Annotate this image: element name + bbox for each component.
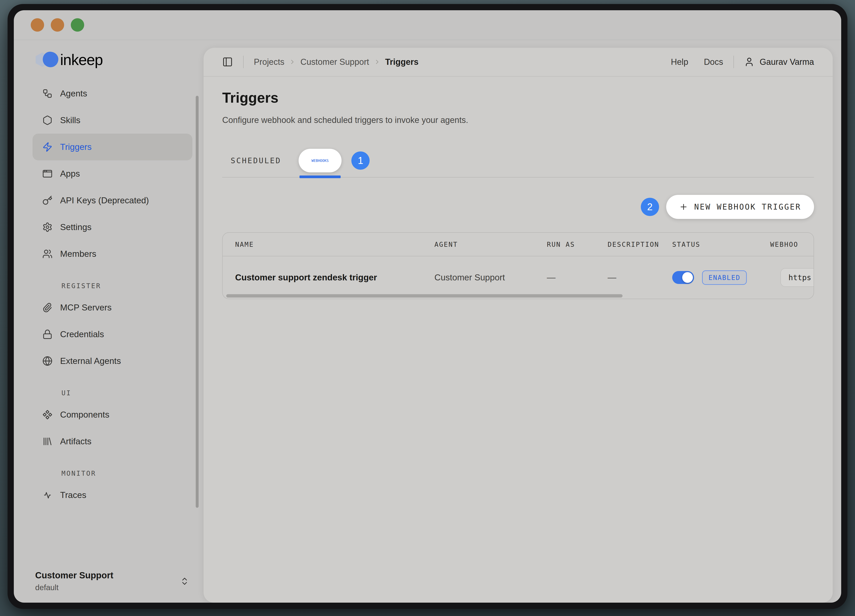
new-webhook-trigger-button[interactable]: NEW WEBHOOK TRIGGER bbox=[666, 195, 814, 219]
webhook-url-chip[interactable]: https bbox=[780, 268, 814, 287]
sidebar-item-agents[interactable]: Agents bbox=[32, 80, 192, 107]
window-content: inkeep Agents Sk bbox=[14, 10, 841, 603]
window-titlebar bbox=[14, 10, 841, 40]
app-window: inkeep Agents Sk bbox=[8, 4, 847, 609]
sidebar-item-settings[interactable]: Settings bbox=[32, 214, 192, 241]
sidebar-section-monitor: MONITOR bbox=[61, 469, 192, 477]
sidebar-item-label: Skills bbox=[60, 115, 80, 125]
table-header-row: NAME AGENT RUN AS DESCRIPTION STATUS WEB… bbox=[223, 233, 814, 256]
desktop-background: inkeep Agents Sk bbox=[0, 0, 855, 616]
sidebar-item-skills[interactable]: Skills bbox=[32, 107, 192, 133]
tab-scheduled[interactable]: SCHEDULED bbox=[222, 156, 290, 165]
sidebar-item-label: Apps bbox=[60, 169, 80, 179]
breadcrumb-customer-support[interactable]: Customer Support bbox=[300, 57, 369, 67]
zap-icon bbox=[42, 142, 52, 152]
zoom-window-button[interactable] bbox=[71, 18, 84, 32]
sidebar-item-label: Settings bbox=[60, 222, 92, 232]
sidebar-item-mcp-servers[interactable]: MCP Servers bbox=[32, 294, 192, 321]
gear-icon bbox=[42, 222, 52, 232]
app-body: inkeep Agents Sk bbox=[14, 40, 841, 603]
sidebar-item-traces[interactable]: Traces bbox=[32, 482, 192, 509]
column-header-run-as: RUN AS bbox=[547, 241, 608, 248]
plus-icon bbox=[679, 202, 688, 211]
logo-blob bbox=[43, 52, 58, 67]
trigger-status-cell: ENABLED bbox=[672, 270, 770, 285]
sidebar-item-apps[interactable]: Apps bbox=[32, 160, 192, 187]
sidebar-item-credentials[interactable]: Credentials bbox=[32, 321, 192, 348]
page-content: Triggers Configure webhook and scheduled… bbox=[204, 77, 833, 299]
sidebar-item-components[interactable]: Components bbox=[32, 401, 192, 428]
tabs: SCHEDULED WEBHOOKS 1 bbox=[222, 144, 814, 178]
project-name: Customer Support bbox=[35, 570, 113, 580]
table-horizontal-scrollbar[interactable] bbox=[226, 294, 622, 297]
column-header-agent: AGENT bbox=[434, 241, 547, 248]
new-webhook-trigger-label: NEW WEBHOOK TRIGGER bbox=[694, 202, 801, 211]
sidebar-item-external-agents[interactable]: External Agents bbox=[32, 348, 192, 374]
status-badge: ENABLED bbox=[702, 270, 747, 285]
sidebar-item-label: Traces bbox=[60, 490, 86, 500]
breadcrumb-triggers: Triggers bbox=[385, 57, 418, 67]
bars-icon bbox=[42, 436, 52, 446]
user-name: Gaurav Varma bbox=[760, 57, 814, 67]
sidebar-item-label: External Agents bbox=[60, 356, 121, 366]
sidebar-item-members[interactable]: Members bbox=[32, 241, 192, 267]
docs-link[interactable]: Docs bbox=[704, 57, 723, 67]
project-environment: default bbox=[35, 583, 113, 592]
sidebar-item-label: Members bbox=[60, 249, 97, 259]
main-panel: Projects Customer Support Triggers Help bbox=[204, 48, 833, 603]
sidebar-item-label: Components bbox=[60, 410, 109, 420]
chevron-right-icon bbox=[289, 58, 296, 66]
header-links: Help Docs bbox=[671, 57, 723, 67]
trigger-name-cell: Customer support zendesk trigger bbox=[235, 273, 434, 282]
close-window-button[interactable] bbox=[31, 18, 44, 32]
chevrons-up-down-icon bbox=[180, 576, 189, 586]
user-menu[interactable]: Gaurav Varma bbox=[744, 57, 814, 67]
column-header-name: NAME bbox=[235, 241, 434, 248]
inkeep-logo: inkeep bbox=[35, 49, 204, 71]
trigger-description-cell: — bbox=[608, 273, 672, 282]
help-link[interactable]: Help bbox=[671, 57, 688, 67]
minimize-window-button[interactable] bbox=[51, 18, 64, 32]
tab-webhooks[interactable]: WEBHOOKS bbox=[299, 149, 342, 172]
sidebar: inkeep Agents Sk bbox=[14, 40, 204, 603]
project-switcher-text: Customer Support default bbox=[35, 570, 113, 592]
activity-icon bbox=[42, 490, 52, 500]
trigger-webhook-cell: https bbox=[770, 273, 814, 282]
hexagon-icon bbox=[42, 115, 52, 126]
sidebar-item-label: Artifacts bbox=[60, 437, 92, 446]
key-icon bbox=[42, 195, 52, 205]
status-toggle-knob bbox=[682, 272, 693, 283]
sidebar-section-register: REGISTER bbox=[61, 282, 192, 290]
table-row[interactable]: Customer support zendesk trigger Custome… bbox=[223, 256, 814, 299]
users-icon bbox=[42, 249, 52, 259]
annotation-badge-2: 2 bbox=[641, 198, 659, 216]
sidebar-item-label: MCP Servers bbox=[60, 303, 112, 313]
column-header-status: STATUS bbox=[672, 241, 770, 248]
inkeep-logo-icon bbox=[35, 49, 60, 70]
sidebar-scrollbar[interactable] bbox=[196, 96, 199, 508]
chevron-right-icon bbox=[374, 58, 381, 66]
sidebar-nav: Agents Skills Triggers bbox=[14, 80, 204, 509]
sidebar-item-api-keys[interactable]: API Keys (Deprecated) bbox=[32, 187, 192, 214]
header-divider bbox=[734, 56, 734, 68]
actions-row: 2 NEW WEBHOOK TRIGGER bbox=[222, 195, 814, 219]
user-icon bbox=[744, 57, 754, 67]
trigger-run-as-cell: — bbox=[547, 273, 608, 282]
logo-wordmark: inkeep bbox=[60, 51, 103, 68]
status-toggle[interactable] bbox=[672, 271, 694, 284]
sidebar-item-triggers[interactable]: Triggers bbox=[32, 133, 192, 160]
sidebar-item-artifacts[interactable]: Artifacts bbox=[32, 428, 192, 455]
lock-icon bbox=[42, 329, 52, 339]
component-icon bbox=[42, 409, 52, 420]
sidebar-item-label: API Keys (Deprecated) bbox=[60, 196, 149, 205]
column-header-description: DESCRIPTION bbox=[608, 241, 672, 248]
breadcrumb-projects[interactable]: Projects bbox=[254, 57, 284, 67]
sidebar-toggle-button[interactable] bbox=[222, 57, 233, 67]
sidebar-section-ui: UI bbox=[61, 389, 192, 397]
header-divider bbox=[243, 56, 244, 68]
project-switcher[interactable]: Customer Support default bbox=[35, 570, 189, 592]
workflow-icon bbox=[42, 89, 52, 99]
page-title: Triggers bbox=[222, 89, 814, 106]
app-window-icon bbox=[42, 169, 52, 179]
sidebar-item-label: Agents bbox=[60, 89, 87, 98]
